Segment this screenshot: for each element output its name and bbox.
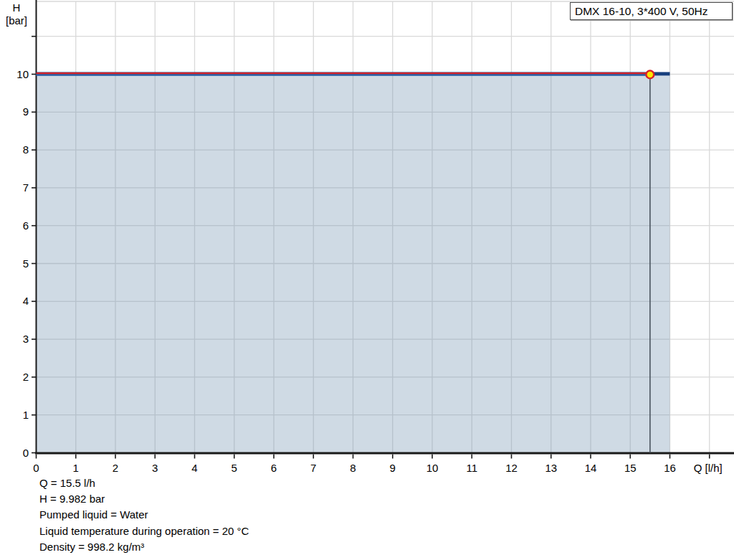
x-tick-label: 0 (33, 462, 39, 474)
operating-point-marker[interactable] (646, 71, 654, 79)
y-tick-label: 1 (23, 409, 29, 421)
x-tick-label: 8 (350, 462, 356, 474)
legend-box: DMX 16-10, 3*400 V, 50Hz (570, 2, 733, 20)
x-tick-label: 4 (191, 462, 197, 474)
x-tick-label: 13 (545, 462, 557, 474)
x-axis-title: Q [l/h] (694, 462, 723, 474)
x-tick-label: 16 (664, 462, 676, 474)
y-tick-label: 5 (23, 257, 29, 270)
x-tick-label: 12 (505, 462, 518, 474)
x-tick-label: 5 (232, 462, 237, 474)
note-flow: Q = 15.5 l/h (39, 475, 249, 491)
note-liquid-temperature: Liquid temperature during operation = 20… (39, 523, 249, 539)
y-tick-label: 2 (23, 371, 29, 383)
x-tick-label: 6 (271, 462, 277, 474)
x-tick-label: 11 (466, 462, 477, 474)
y-tick-label: 10 (16, 68, 29, 80)
x-tick-label: 2 (113, 462, 118, 474)
x-tick-label: 14 (585, 462, 597, 474)
x-tick-label: 7 (310, 462, 316, 474)
y-tick-label: 6 (23, 219, 29, 232)
note-head: H = 9.982 bar (39, 491, 249, 507)
legend-label: DMX 16-10, 3*400 V, 50Hz (575, 5, 708, 17)
y-axis-title-symbol: H (13, 1, 21, 14)
note-density: Density = 998.2 kg/m³ (39, 539, 249, 555)
x-tick-label: 9 (390, 462, 396, 474)
pump-curve-panel: 012345678910111213141516012345678910Q [l… (0, 0, 734, 560)
y-tick-label: 8 (23, 143, 29, 156)
y-tick-label: 3 (23, 333, 29, 345)
y-tick-label: 9 (23, 105, 29, 118)
x-tick-label: 3 (152, 462, 158, 474)
pump-performance-chart: 012345678910111213141516012345678910Q [l… (0, 0, 734, 475)
y-axis-title-unit: [bar] (6, 14, 27, 27)
x-tick-label: 1 (73, 462, 79, 474)
x-tick-label: 10 (426, 462, 439, 474)
x-tick-label: 15 (624, 462, 637, 474)
operating-conditions: Q = 15.5 l/h H = 9.982 bar Pumped liquid… (39, 475, 249, 555)
note-pumped-liquid: Pumped liquid = Water (39, 507, 249, 523)
curve-area-fill (37, 76, 670, 453)
y-tick-label: 0 (23, 447, 29, 459)
y-tick-label: 4 (23, 295, 29, 307)
y-tick-label: 7 (23, 181, 29, 194)
